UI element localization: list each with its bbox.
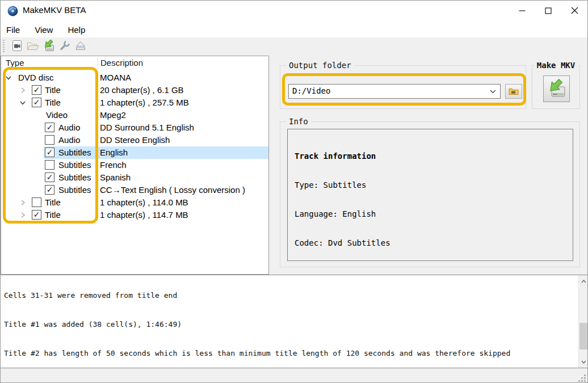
browse-folder-button[interactable] [505, 84, 522, 99]
app-logo-icon [7, 6, 18, 16]
checkbox[interactable] [45, 148, 54, 157]
save-to-mkv-button[interactable] [41, 39, 57, 54]
scroll-down-button[interactable] [579, 357, 588, 367]
open-video-file-button[interactable] [9, 39, 25, 54]
toolbar-gripper[interactable] [3, 40, 5, 52]
checkbox[interactable] [32, 85, 41, 95]
chevron-down-icon [581, 360, 586, 364]
track-info-language: Language: English [295, 209, 390, 219]
wrench-icon [57, 39, 72, 53]
makemkv-window: MakeMKV BETA File View Help [0, 0, 588, 383]
menu-bar: File View Help [1, 22, 587, 37]
make-mkv-icon [545, 78, 568, 100]
row-description: 1 chapter(s) , 257.5 MB [100, 96, 189, 109]
settings-button[interactable] [57, 39, 73, 54]
tree-row-subtitles-english-selected[interactable]: Subtitles English [1, 146, 268, 159]
column-divider[interactable] [98, 57, 98, 69]
eject-button[interactable] [73, 39, 89, 54]
row-description: CC→Text English ( Lossy conversion ) [100, 184, 245, 196]
row-type: DVD disc [18, 71, 54, 84]
log-line: Title #1 was added (38 cell(s), 1:46:49) [4, 319, 577, 329]
output-folder-label: Output folder [286, 61, 354, 70]
scroll-up-button[interactable] [579, 276, 588, 286]
titles-tree-panel: Type Description DVD disc MOANA Title 20… [1, 56, 269, 275]
maximize-button[interactable] [535, 1, 561, 20]
folder-icon [509, 87, 519, 95]
toolbar [1, 37, 587, 54]
tree-row-title3[interactable]: Title 1 chapter(s) , 114.0 MB [1, 196, 268, 209]
row-type: Title [45, 196, 61, 209]
column-header-type[interactable]: Type [6, 58, 24, 68]
expander-collapsed-icon[interactable] [19, 86, 27, 94]
row-type: Subtitles [58, 184, 91, 196]
menu-view[interactable]: View [28, 23, 60, 37]
tree-row-title1[interactable]: Title 20 chapter(s) , 6.1 GB [1, 84, 268, 96]
tree-row-video[interactable]: Video Mpeg2 [1, 109, 268, 121]
scrollbar-thumb[interactable] [579, 323, 588, 350]
tree-row-subtitles-cc[interactable]: Subtitles CC→Text English ( Lossy conver… [1, 184, 268, 196]
track-info-type: Type: Subtitles [295, 180, 390, 190]
tree-row-audio2[interactable]: Audio DD Stereo English [1, 134, 268, 146]
checkbox[interactable] [45, 123, 54, 132]
window-title: MakeMKV BETA [23, 5, 86, 15]
row-description: Mpeg2 [100, 109, 126, 121]
row-description: 1 chapter(s) , 114.0 MB [100, 196, 188, 209]
row-type: Title [45, 209, 61, 221]
row-type: Audio [58, 134, 80, 146]
close-button[interactable] [561, 1, 587, 20]
row-description: DD Stereo English [100, 134, 170, 146]
expander-collapsed-icon[interactable] [19, 211, 27, 219]
row-type: Video [46, 109, 68, 121]
info-label: Info [286, 117, 311, 126]
tree-row-subtitles-spanish[interactable]: Subtitles Spanish [1, 171, 268, 184]
tree-row-title4[interactable]: Title 1 chapter(s) , 114.7 MB [1, 209, 268, 221]
title-bar[interactable]: MakeMKV BETA [1, 1, 587, 22]
log-panel[interactable]: Cells 31-31 were removed from title end … [1, 275, 588, 368]
expander-expanded-icon[interactable] [19, 99, 27, 107]
eject-icon [73, 39, 88, 53]
minimize-button[interactable] [509, 1, 535, 20]
expander-expanded-icon[interactable] [5, 74, 12, 82]
track-info-codec: Codec: Dvd Subtitles [295, 238, 390, 248]
log-lines: Cells 31-31 were removed from title end … [4, 275, 577, 368]
tree-header: Type Description [1, 56, 268, 70]
row-type: Title [45, 96, 61, 109]
log-line: Cells 31-31 were removed from title end [4, 291, 577, 300]
tree-row-title2[interactable]: Title 1 chapter(s) , 257.5 MB [1, 96, 268, 109]
minimize-icon [519, 7, 526, 14]
checkbox[interactable] [45, 135, 54, 145]
tree-row-audio1[interactable]: Audio DD Surround 5.1 English [1, 121, 268, 134]
expander-collapsed-icon[interactable] [19, 199, 27, 207]
close-icon [571, 7, 578, 14]
row-type: Subtitles [58, 159, 91, 171]
row-description: Spanish [100, 171, 131, 184]
row-description: English [100, 146, 128, 159]
checkbox[interactable] [32, 210, 41, 220]
output-folder-value: D:/Video [292, 86, 330, 95]
maximize-icon [545, 7, 552, 14]
row-type: Title [45, 84, 61, 96]
column-header-description[interactable]: Description [100, 58, 143, 68]
track-info-box: Track information Type: Subtitles Langua… [287, 129, 573, 261]
chevron-down-icon[interactable] [490, 90, 496, 94]
open-disc-folder-button[interactable] [25, 39, 41, 54]
row-type: Subtitles [58, 146, 91, 159]
checkbox[interactable] [45, 172, 54, 182]
checkbox[interactable] [32, 197, 41, 207]
output-folder-combobox[interactable]: D:/Video [288, 84, 501, 99]
log-scrollbar[interactable] [578, 275, 588, 368]
menu-help[interactable]: Help [61, 23, 92, 37]
checkbox[interactable] [45, 160, 54, 170]
resize-grip[interactable] [578, 374, 586, 382]
menu-file[interactable]: File [1, 23, 27, 37]
video-file-icon [10, 39, 24, 53]
tree-row-dvd-disc[interactable]: DVD disc MOANA [1, 71, 268, 84]
checkbox[interactable] [45, 185, 54, 195]
row-description: MOANA [100, 71, 131, 84]
save-mkv-icon [41, 39, 56, 53]
tree-row-subtitles-french[interactable]: Subtitles French [1, 159, 268, 171]
row-description: 20 chapter(s) , 6.1 GB [100, 84, 184, 96]
checkbox[interactable] [32, 98, 41, 107]
make-mkv-button[interactable] [543, 75, 570, 102]
chevron-up-icon [581, 280, 586, 283]
